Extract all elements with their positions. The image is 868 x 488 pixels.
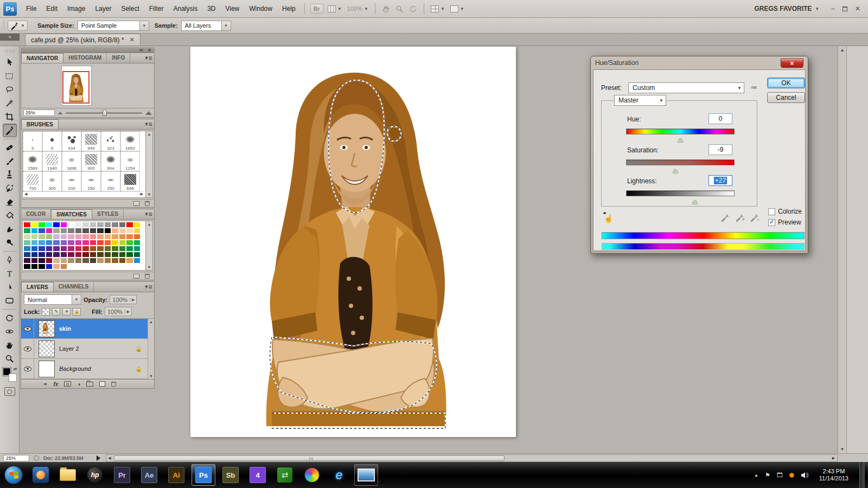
swatch-1-7[interactable] xyxy=(75,228,82,234)
brush-preset-434[interactable]: 434 xyxy=(62,131,81,151)
new-layer-icon[interactable] xyxy=(99,381,105,387)
taskbar-clock[interactable]: 2:43 PM 11/14/2013 xyxy=(819,468,848,482)
eraser-tool[interactable] xyxy=(3,195,17,209)
move-tool[interactable] xyxy=(3,56,17,69)
delete-swatch-icon[interactable] xyxy=(145,274,150,279)
brush-preset-1254[interactable]: 1254 xyxy=(120,151,140,171)
brush-preset-1940[interactable]: 1940 xyxy=(42,151,62,171)
swatch-2-0[interactable] xyxy=(23,234,31,240)
rotate-3d-tool[interactable] xyxy=(3,311,17,325)
layer-row-background[interactable]: Background🔒 xyxy=(21,359,154,379)
scroll-up-icon[interactable]: ▲ xyxy=(838,46,846,54)
swatch-5-14[interactable] xyxy=(126,252,133,258)
saturation-field[interactable]: -9 xyxy=(709,144,732,155)
menu-view[interactable]: View xyxy=(220,0,244,17)
paint-bucket-tool[interactable] xyxy=(3,209,17,222)
swatch-5-9[interactable] xyxy=(90,252,97,258)
tab-swatches[interactable]: SWATCHES xyxy=(51,209,92,219)
taskbar-windows-explorer[interactable] xyxy=(56,464,80,486)
swatch-1-14[interactable] xyxy=(126,228,133,234)
menu-image[interactable]: Image xyxy=(62,0,90,17)
hue-slider[interactable] xyxy=(626,129,735,134)
brush-preset-200[interactable]: 200 xyxy=(62,171,81,191)
menu-window[interactable]: Window xyxy=(244,0,277,17)
menu-select[interactable]: Select xyxy=(116,0,144,17)
layer-thumbnail[interactable] xyxy=(39,320,55,337)
zoom-in-icon[interactable] xyxy=(145,111,152,115)
link-layers-icon[interactable]: ⚭ xyxy=(43,381,47,387)
type-tool[interactable]: T xyxy=(3,267,17,280)
swatch-5-3[interactable] xyxy=(46,252,53,258)
swatch-0-3[interactable] xyxy=(46,222,53,228)
layer-name[interactable]: Layer 2 xyxy=(59,345,79,352)
swatch-5-15[interactable] xyxy=(133,252,141,258)
taskbar-premiere[interactable]: Pr xyxy=(110,464,134,486)
brush-preset-900[interactable]: 900 xyxy=(81,151,101,171)
preset-dropdown[interactable]: Custom▼ xyxy=(628,82,744,93)
swatch-1-12[interactable] xyxy=(111,228,119,234)
delete-brush-icon[interactable] xyxy=(145,201,150,206)
brush-preset-323[interactable]: 323 xyxy=(101,131,120,151)
scroll-down-icon[interactable]: ▼ xyxy=(838,445,846,453)
saturation-slider-marker[interactable] xyxy=(673,166,678,173)
swatch-7-5[interactable] xyxy=(60,264,68,269)
swatch-6-14[interactable] xyxy=(126,258,133,264)
options-bar-grip[interactable] xyxy=(2,20,5,31)
layer-row-layer-2[interactable]: Layer 2🔒 xyxy=(21,339,154,359)
preset-options-icon[interactable]: ≔ xyxy=(751,84,757,91)
swatch-2-8[interactable] xyxy=(82,234,90,240)
swatch-1-13[interactable] xyxy=(119,228,126,234)
swatch-5-11[interactable] xyxy=(104,252,112,258)
swatch-2-6[interactable] xyxy=(67,234,75,240)
scroll-right-icon[interactable]: ▶ xyxy=(830,455,837,461)
launch-bridge-button[interactable]: Br xyxy=(310,4,323,14)
taskbar-soundbooth[interactable]: Sb xyxy=(219,464,242,486)
swatch-3-6[interactable] xyxy=(67,240,75,246)
swatch-4-5[interactable] xyxy=(60,246,68,252)
layer-row-skin[interactable]: skin xyxy=(21,319,154,339)
swatch-4-6[interactable] xyxy=(67,246,75,252)
swatch-1-11[interactable] xyxy=(104,228,112,234)
lock-transparency-icon[interactable] xyxy=(42,308,50,316)
new-brush-icon[interactable] xyxy=(133,201,139,206)
navigator-thumbnail[interactable] xyxy=(61,66,92,106)
eyedropper-tool[interactable] xyxy=(3,124,17,137)
swatch-4-3[interactable] xyxy=(46,246,53,252)
swatch-6-13[interactable] xyxy=(119,258,126,264)
slider-knob[interactable] xyxy=(103,110,107,116)
brush-preset-300[interactable]: 300 xyxy=(42,171,62,191)
swatch-1-10[interactable] xyxy=(97,228,104,234)
swatch-2-12[interactable] xyxy=(111,234,119,240)
swatch-4-1[interactable] xyxy=(31,246,39,252)
scroll-right-icon[interactable]: ▶ xyxy=(141,192,143,197)
swatch-5-2[interactable] xyxy=(38,252,46,258)
navigator-zoom-slider[interactable] xyxy=(66,112,142,114)
show-desktop-button[interactable] xyxy=(859,462,865,488)
swatch-0-15[interactable] xyxy=(133,222,141,228)
swatch-4-7[interactable] xyxy=(75,246,82,252)
eyedropper-subtract-icon[interactable]: − xyxy=(750,213,758,222)
swatch-3-0[interactable] xyxy=(23,240,31,246)
menu-layer[interactable]: Layer xyxy=(90,0,116,17)
swatch-2-15[interactable] xyxy=(133,234,141,240)
zoom-out-icon[interactable] xyxy=(58,112,62,114)
taskbar-start-orb[interactable] xyxy=(2,464,25,486)
screen-mode-button[interactable]: ▼ xyxy=(450,5,464,12)
document-canvas[interactable] xyxy=(190,47,516,437)
swatch-6-3[interactable] xyxy=(46,258,53,264)
history-brush-tool[interactable] xyxy=(3,182,17,195)
swatches-scrollbar[interactable]: ▲▼ xyxy=(145,221,152,270)
swatch-2-4[interactable] xyxy=(53,234,60,240)
tab-color[interactable]: COLOR xyxy=(21,209,51,219)
taskbar-after-effects[interactable]: Ae xyxy=(137,464,161,486)
swatch-0-10[interactable] xyxy=(97,222,104,228)
swatch-5-1[interactable] xyxy=(31,252,39,258)
workspace-switcher[interactable]: GREGS FAVORITE▼ xyxy=(755,5,820,12)
menu-help[interactable]: Help xyxy=(277,0,301,17)
status-options-icon[interactable] xyxy=(97,455,100,461)
brush-preset-150[interactable]: 150 xyxy=(81,171,101,191)
swatch-5-0[interactable] xyxy=(23,252,31,258)
panel-menu-icon[interactable]: ▼≣ xyxy=(144,121,152,127)
vertical-scrollbar[interactable]: ▲ ▼ xyxy=(838,46,846,453)
panel-menu-icon[interactable]: ▼≣ xyxy=(144,284,152,290)
